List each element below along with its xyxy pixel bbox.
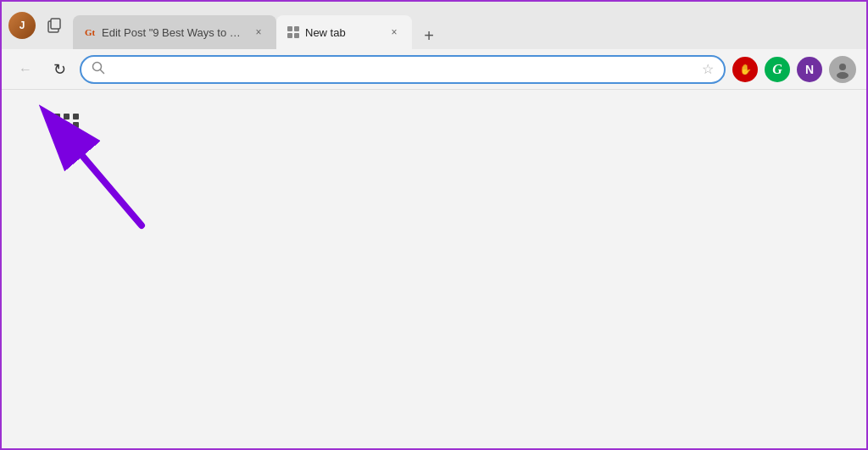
tab-favicon-1: Gt [83, 25, 97, 39]
title-bar: J Gt Edit Post "9 Best Ways to Fix Can × [2, 2, 866, 49]
profile-avatar[interactable]: J [8, 12, 36, 39]
search-icon [92, 61, 105, 77]
annotation-arrow [57, 124, 159, 242]
tabs-container: Gt Edit Post "9 Best Ways to Fix Can × N… [73, 2, 860, 49]
svg-rect-3 [294, 26, 299, 31]
reload-button[interactable]: ↻ [46, 56, 73, 83]
adblock-extension-button[interactable]: ✋ [732, 57, 758, 82]
tab-new-tab[interactable]: New tab × [276, 15, 412, 49]
nav-bar: ← ↻ ☆ ✋ G N [2, 49, 866, 90]
main-content [2, 90, 866, 450]
tab-edit-post[interactable]: Gt Edit Post "9 Best Ways to Fix Can × [73, 15, 276, 49]
svg-line-7 [101, 70, 104, 74]
new-tab-button[interactable]: + [415, 22, 442, 49]
svg-point-8 [839, 64, 846, 70]
svg-rect-5 [294, 33, 299, 38]
tab-close-2[interactable]: × [387, 25, 402, 40]
svg-rect-2 [287, 26, 292, 31]
apps-grid[interactable] [54, 107, 80, 136]
svg-rect-4 [287, 33, 292, 38]
copy-tabs-button[interactable] [42, 14, 66, 37]
bookmark-icon[interactable]: ☆ [702, 61, 714, 77]
tab-label-1: Edit Post "9 Best Ways to Fix Can [102, 26, 246, 39]
tab-close-1[interactable]: × [251, 25, 266, 40]
tab-favicon-2 [287, 25, 300, 39]
svg-point-9 [837, 72, 849, 79]
back-button[interactable]: ← [12, 56, 39, 83]
address-input[interactable] [112, 63, 695, 76]
profile-extension-button[interactable] [829, 56, 856, 83]
address-bar: ☆ [80, 55, 726, 84]
onenote-extension-button[interactable]: N [797, 57, 822, 82]
grammarly-extension-button[interactable]: G [765, 57, 790, 82]
svg-rect-1 [51, 19, 60, 29]
svg-line-11 [70, 141, 142, 225]
tab-label-2: New tab [305, 26, 381, 39]
